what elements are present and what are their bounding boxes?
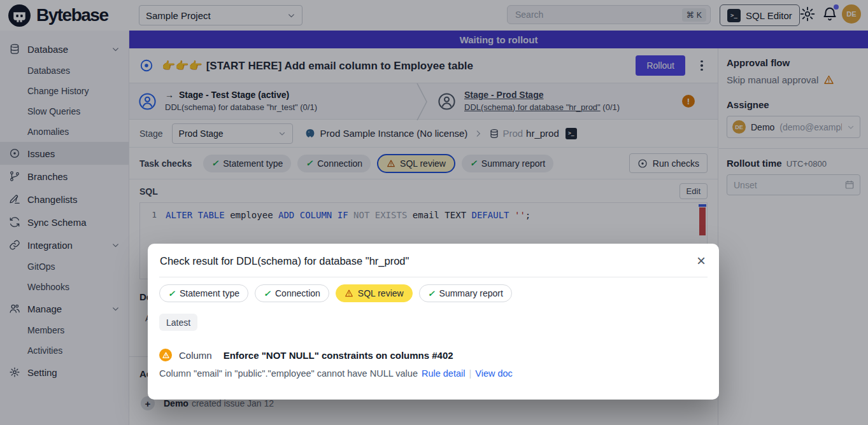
finding-rule-title: Enforce "NOT NULL" constraints on column… (224, 350, 453, 361)
finding-row: Column Enforce "NOT NULL" constraints on… (148, 331, 719, 361)
modal-title: Check result for DDL(schema) for databas… (160, 255, 695, 267)
latest-badge: Latest (159, 314, 197, 331)
view-doc-link[interactable]: View doc (475, 368, 513, 379)
warning-triangle-icon (345, 289, 353, 298)
modal-check-tabs: Statement type Connection SQL review Sum… (148, 277, 719, 309)
warning-circle-icon (159, 349, 172, 361)
finding-category: Column (179, 350, 212, 361)
modal-check-statement-type[interactable]: Statement type (159, 284, 248, 302)
modal-header: Check result for DDL(schema) for databas… (148, 244, 719, 277)
close-icon[interactable]: × (695, 253, 707, 268)
finding-detail: Column "email" in "public"."employee" ca… (148, 361, 719, 379)
check-icon (168, 289, 175, 298)
modal-check-connection[interactable]: Connection (255, 284, 329, 302)
check-result-modal: Check result for DDL(schema) for databas… (148, 244, 719, 400)
modal-check-sql-review[interactable]: SQL review (336, 284, 413, 302)
modal-check-summary-report[interactable]: Summary report (419, 284, 512, 302)
check-icon (428, 289, 435, 298)
link-separator: | (469, 368, 471, 379)
check-icon (264, 289, 271, 298)
rule-detail-link[interactable]: Rule detail (422, 368, 466, 379)
bytebase-app-window: Bytebase Sample Project ⌘ K SQL Editor D… (0, 0, 868, 425)
